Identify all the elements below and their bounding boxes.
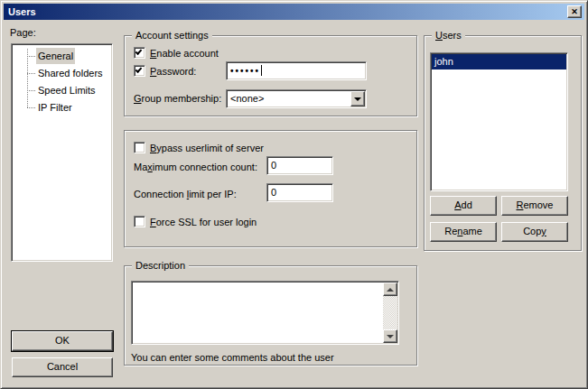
- tree-item-label: IP Filter: [36, 99, 74, 116]
- group-membership-value: <none>: [230, 93, 264, 105]
- checkmark-icon: [135, 66, 143, 73]
- password-label: Password:: [150, 66, 196, 78]
- users-listbox[interactable]: john: [430, 52, 568, 191]
- text-caret: [261, 65, 262, 76]
- user-name: john: [434, 56, 453, 67]
- list-item-user[interactable]: john: [432, 54, 566, 69]
- max-connections-label: Maximum connection count:: [134, 162, 257, 173]
- enable-account-label: Enable account: [150, 48, 219, 60]
- cancel-button[interactable]: Cancel: [12, 357, 113, 377]
- arrow-down-icon: [387, 335, 394, 338]
- ip-limit-input[interactable]: 0: [266, 183, 333, 202]
- scroll-down-button[interactable]: [383, 329, 397, 343]
- add-button[interactable]: Add: [430, 196, 497, 216]
- tree-item-label: Speed Limits: [36, 82, 98, 98]
- remove-button[interactable]: Remove: [501, 196, 568, 216]
- tree-item-speed-limits[interactable]: Speed Limits: [12, 82, 112, 99]
- group-membership-label: Group membership:: [134, 93, 221, 105]
- max-connections-value: 0: [271, 160, 276, 171]
- description-textarea[interactable]: [131, 281, 399, 345]
- limits-group: Bypass userlimit of server Maximum conne…: [124, 130, 417, 247]
- scroll-track[interactable]: [383, 296, 397, 329]
- password-dots: ••••••: [230, 66, 260, 76]
- tree-item-label: General: [36, 48, 75, 64]
- close-icon: ✕: [571, 7, 578, 16]
- account-settings-title: Account settings: [132, 30, 212, 42]
- max-connections-input[interactable]: 0: [266, 156, 333, 175]
- users-dialog: Users ✕ Page: General Shared folders Spe…: [0, 0, 588, 389]
- chevron-down-icon: [354, 97, 361, 101]
- scroll-up-button[interactable]: [383, 282, 397, 296]
- arrow-up-icon: [387, 288, 394, 292]
- force-ssl-label: Force SSL for user login: [150, 217, 257, 228]
- password-checkbox[interactable]: [134, 65, 145, 77]
- bypass-userlimit-checkbox[interactable]: [134, 142, 145, 153]
- rename-button[interactable]: Rename: [430, 222, 497, 242]
- password-input[interactable]: ••••••: [226, 61, 367, 80]
- group-membership-select[interactable]: <none>: [226, 89, 367, 108]
- description-hint: You can enter some comments about the us…: [131, 352, 334, 364]
- page-tree: General Shared folders Speed Limits IP F…: [11, 43, 113, 262]
- bypass-userlimit-label: Bypass userlimit of server: [150, 143, 264, 154]
- title-bar[interactable]: Users ✕: [4, 4, 584, 20]
- description-group: Description You can enter some comments …: [124, 265, 417, 366]
- users-group: Users john Add Remove Rename Copy: [424, 35, 582, 251]
- ok-button[interactable]: OK: [12, 331, 113, 351]
- tree-item-shared-folders[interactable]: Shared folders: [12, 65, 112, 82]
- force-ssl-checkbox[interactable]: [134, 216, 145, 227]
- checkmark-icon: [135, 48, 143, 55]
- description-scrollbar[interactable]: [383, 282, 397, 343]
- tree-item-label: Shared folders: [36, 65, 105, 81]
- copy-button[interactable]: Copy: [501, 222, 568, 242]
- close-button[interactable]: ✕: [567, 5, 582, 18]
- users-title: Users: [432, 30, 465, 42]
- dropdown-button[interactable]: [350, 91, 365, 107]
- window-title: Users: [8, 6, 36, 17]
- ip-limit-value: 0: [271, 187, 276, 198]
- enable-account-checkbox[interactable]: [134, 47, 145, 59]
- ip-limit-label: Connection limit per IP:: [134, 189, 237, 200]
- tree-item-ip-filter[interactable]: IP Filter: [12, 99, 112, 116]
- description-title: Description: [132, 260, 189, 272]
- tree-item-general[interactable]: General: [12, 48, 112, 65]
- account-settings-group: Account settings Enable account Password…: [124, 35, 417, 116]
- page-label: Page:: [10, 27, 36, 39]
